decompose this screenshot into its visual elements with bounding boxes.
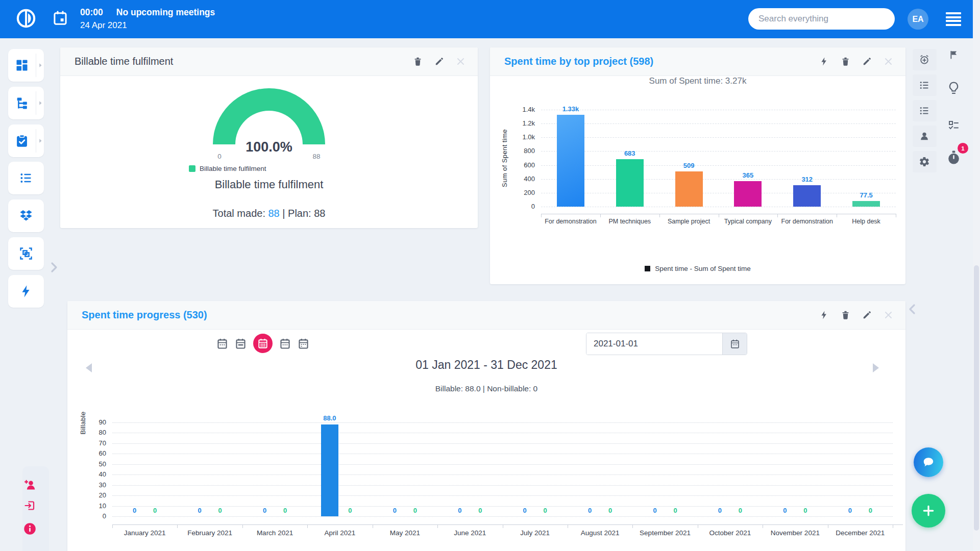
person-icon xyxy=(919,131,930,142)
add-fab[interactable] xyxy=(912,494,945,528)
tree-icon xyxy=(15,96,29,110)
zero-value-label: 0 xyxy=(775,507,795,514)
x-axis-category-label: December 2021 xyxy=(828,529,892,537)
x-axis-category-label: For demonstration xyxy=(542,218,600,225)
x-axis-category-label: February 2021 xyxy=(178,529,242,537)
scrollbar-thumb[interactable] xyxy=(974,265,979,531)
bar-2[interactable] xyxy=(616,159,644,207)
search-input[interactable] xyxy=(748,8,895,30)
my-list-button[interactable] xyxy=(913,100,937,121)
close-icon[interactable] xyxy=(456,57,465,66)
chevron-right-icon[interactable] xyxy=(37,100,43,106)
flags-button[interactable] xyxy=(948,49,959,60)
y-axis-tick-label: 80 xyxy=(84,429,106,436)
bar-chart: 908070605040302010000January 202100Febru… xyxy=(67,301,905,551)
dashboard-icon xyxy=(15,58,29,72)
legend-swatch xyxy=(189,165,195,172)
y-axis-tick-label: 800 xyxy=(506,147,535,155)
zero-value-label: 0 xyxy=(470,507,491,514)
zero-value-label: 0 xyxy=(450,507,470,514)
x-axis-tick xyxy=(896,214,896,217)
x-axis-tick xyxy=(541,214,542,217)
chat-fab[interactable] xyxy=(914,447,943,477)
x-axis-category-label: For demonstration xyxy=(778,218,836,225)
gridline xyxy=(112,443,893,444)
reminders-button[interactable] xyxy=(913,49,937,70)
x-axis-tick xyxy=(777,214,778,217)
bar-value-label: 77.5 xyxy=(843,191,889,199)
x-axis-tick xyxy=(698,524,698,528)
zero-value-label: 0 xyxy=(384,507,405,514)
legend-label: Billable time fulfilment xyxy=(200,165,266,172)
ideas-button[interactable] xyxy=(946,81,961,95)
avatar[interactable]: EA xyxy=(908,9,928,30)
bar-billable-4[interactable] xyxy=(321,424,338,516)
calendar-icon[interactable] xyxy=(53,10,67,26)
bar-6[interactable] xyxy=(852,201,880,207)
log-out-button[interactable] xyxy=(23,499,36,512)
gauge-chart xyxy=(209,86,329,145)
plus-icon xyxy=(921,503,936,518)
y-axis-tick-label: 20 xyxy=(84,491,106,499)
menu-icon[interactable] xyxy=(946,12,961,26)
invite-user-button[interactable] xyxy=(23,478,37,492)
meeting-block[interactable]: 00:00No upcoming meetings 24 Apr 2021 xyxy=(80,6,215,32)
sidebar-item-tasks[interactable] xyxy=(8,124,44,157)
sidebar-item-dashboard[interactable] xyxy=(8,49,44,82)
app-logo-icon[interactable] xyxy=(15,8,37,29)
lightning-icon xyxy=(19,284,33,298)
x-axis-tick xyxy=(719,214,719,217)
gauge-max-label: 88 xyxy=(303,153,330,160)
gridline xyxy=(541,165,896,166)
sidebar-item-project-tree[interactable] xyxy=(8,87,44,119)
gridline xyxy=(541,179,896,180)
x-axis-category-label: October 2021 xyxy=(698,529,762,537)
settings-button[interactable] xyxy=(913,151,937,172)
list-icon xyxy=(919,105,930,116)
bar-4[interactable] xyxy=(734,181,762,207)
bar-1[interactable] xyxy=(557,115,584,207)
gridline xyxy=(541,110,896,110)
x-axis-category-label: March 2021 xyxy=(243,529,307,537)
x-axis-category-label: September 2021 xyxy=(633,529,697,537)
trash-icon[interactable] xyxy=(413,57,423,66)
checklist-button[interactable] xyxy=(947,119,960,132)
y-axis-tick-label: 200 xyxy=(506,189,535,196)
edit-icon[interactable] xyxy=(434,57,444,66)
x-axis-category-label: July 2021 xyxy=(503,529,567,537)
bar-3[interactable] xyxy=(675,171,703,207)
chevron-right-icon[interactable] xyxy=(37,62,43,68)
gridline xyxy=(541,137,896,138)
sidebar-item-dropbox[interactable] xyxy=(8,199,44,232)
x-axis-tick xyxy=(763,524,763,528)
info-button[interactable] xyxy=(23,522,37,536)
sidebar-item-list[interactable] xyxy=(8,162,44,194)
gridline xyxy=(112,485,893,486)
gear-icon xyxy=(919,156,930,167)
gridline xyxy=(112,433,893,433)
sidebar-item-quick-actions[interactable] xyxy=(8,275,44,308)
bar-5[interactable] xyxy=(793,185,821,207)
widget-header: Billable time fulfilment xyxy=(60,47,478,76)
x-axis-category-label: PM techniques xyxy=(601,218,659,225)
x-axis-tick xyxy=(307,524,308,528)
sidebar-expand-chevron-icon[interactable] xyxy=(49,261,59,273)
plan-label: | Plan: 88 xyxy=(282,208,325,219)
profile-button[interactable] xyxy=(913,126,937,147)
zero-value-label: 0 xyxy=(709,507,730,514)
total-made-label: Total made: xyxy=(213,208,265,219)
gridline xyxy=(541,151,896,152)
chevron-right-icon[interactable] xyxy=(37,138,43,144)
chart-legend: Spent time - Sum of Spent time xyxy=(490,265,905,272)
sidebar-item-boards[interactable] xyxy=(8,237,44,270)
total-made-value[interactable]: 88 xyxy=(268,208,280,219)
chevron-left-icon[interactable] xyxy=(907,303,917,315)
divider xyxy=(36,54,36,77)
activity-button[interactable] xyxy=(913,74,937,96)
zero-value-label: 0 xyxy=(405,507,425,514)
x-axis-tick xyxy=(600,214,601,217)
bar-chart: 1.4k1.2k1.0k80060040020001.33kFor demons… xyxy=(490,47,905,284)
bar-value-label: 312 xyxy=(784,176,830,183)
gridline xyxy=(112,474,893,475)
topbar-date: 24 Apr 2021 xyxy=(80,19,215,32)
